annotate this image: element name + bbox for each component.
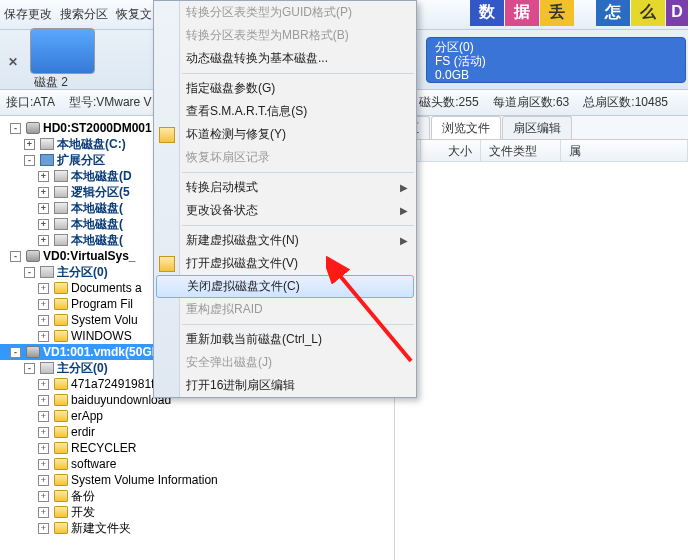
menu-item[interactable]: 更改设备状态▶	[154, 199, 416, 222]
menu-item[interactable]: 新建虚拟磁盘文件(N)▶	[154, 229, 416, 252]
fold-icon	[54, 282, 68, 294]
header-banner: 数 据 丢 怎 么 D	[469, 0, 688, 28]
menu-item[interactable]: 关闭虚拟磁盘文件(C)	[156, 275, 414, 298]
tree-node[interactable]: +System Volume Information	[0, 472, 394, 488]
menu-label: 指定磁盘参数(G)	[186, 80, 275, 97]
tree-toggle-icon[interactable]: +	[38, 379, 49, 390]
tree-toggle-icon[interactable]: -	[24, 267, 35, 278]
menu-item[interactable]: 动态磁盘转换为基本磁盘...	[154, 47, 416, 70]
tree-toggle-icon[interactable]: +	[38, 411, 49, 422]
menu-item[interactable]: 打开16进制扇区编辑	[154, 374, 416, 397]
tree-toggle-icon[interactable]: +	[38, 475, 49, 486]
col-size[interactable]: 大小	[421, 140, 481, 161]
tree-label: 本地磁盘(	[71, 200, 123, 217]
menu-label: 打开虚拟磁盘文件(V)	[186, 255, 298, 272]
hdd-icon	[26, 250, 40, 262]
tree-toggle-icon[interactable]: +	[38, 283, 49, 294]
tree-toggle-icon[interactable]: +	[38, 187, 49, 198]
fold-icon	[54, 474, 68, 486]
tree-label: 主分区(0)	[57, 264, 108, 281]
menu-label: 重构虚拟RAID	[186, 301, 263, 318]
fold-icon	[54, 522, 68, 534]
fold-icon	[54, 378, 68, 390]
submenu-arrow-icon: ▶	[400, 182, 408, 193]
tree-label: 本地磁盘(	[71, 216, 123, 233]
menu-item: 安全弹出磁盘(J)	[154, 351, 416, 374]
tree-toggle-icon[interactable]: +	[24, 139, 35, 150]
tree-label: 逻辑分区(5	[71, 184, 130, 201]
info-total: 总扇区数:10485	[583, 94, 668, 111]
tree-toggle-icon[interactable]: -	[10, 347, 21, 358]
close-icon[interactable]: ✕	[8, 55, 18, 65]
menu-item[interactable]: 打开虚拟磁盘文件(V)	[154, 252, 416, 275]
tree-node[interactable]: +开发	[0, 504, 394, 520]
banner-char: 怎	[596, 0, 630, 26]
drv-icon	[40, 138, 54, 150]
tree-node[interactable]: +software	[0, 456, 394, 472]
tree-label: WINDOWS	[71, 329, 132, 343]
tree-toggle-icon[interactable]: +	[38, 235, 49, 246]
tree-label: 开发	[71, 504, 95, 521]
tree-toggle-icon[interactable]: +	[38, 427, 49, 438]
drv-icon	[54, 170, 68, 182]
menu-label: 转换分区表类型为MBR格式(B)	[186, 27, 349, 44]
fold-icon	[54, 394, 68, 406]
tree-toggle-icon[interactable]: +	[38, 171, 49, 182]
fold-icon	[54, 490, 68, 502]
banner-char: D	[666, 0, 688, 26]
tree-toggle-icon[interactable]: +	[38, 395, 49, 406]
menu-item[interactable]: 查看S.M.A.R.T.信息(S)	[154, 100, 416, 123]
tree-toggle-icon[interactable]: +	[38, 523, 49, 534]
tree-toggle-icon[interactable]: +	[38, 315, 49, 326]
tree-label: System Volu	[71, 313, 138, 327]
menu-item[interactable]: 重新加载当前磁盘(Ctrl_L)	[154, 328, 416, 351]
fold-icon	[54, 410, 68, 422]
tree-toggle-icon[interactable]: -	[10, 123, 21, 134]
menu-item[interactable]: 坏道检测与修复(Y)	[154, 123, 416, 146]
tree-label: 主分区(0)	[57, 360, 108, 377]
tree-node[interactable]: +erApp	[0, 408, 394, 424]
menu-item[interactable]: 指定磁盘参数(G)	[154, 77, 416, 100]
tree-label: VD1:001.vmdk(50GB)	[43, 345, 164, 359]
disk-context-menu[interactable]: 转换分区表类型为GUID格式(P)转换分区表类型为MBR格式(B)动态磁盘转换为…	[153, 0, 417, 398]
tree-node[interactable]: +备份	[0, 488, 394, 504]
ext-icon	[40, 154, 54, 166]
partition-summary[interactable]: 分区(0) FS (活动) 0.0GB	[426, 37, 686, 83]
btn-search[interactable]: 搜索分区	[60, 6, 108, 23]
btn-save[interactable]: 保存更改	[4, 6, 52, 23]
menu-label: 新建虚拟磁盘文件(N)	[186, 232, 299, 249]
tab-sector[interactable]: 扇区编辑	[502, 116, 572, 139]
info-interface: 接口:ATA	[6, 94, 55, 111]
tab-browse[interactable]: 浏览文件	[431, 116, 501, 139]
fold-icon	[54, 426, 68, 438]
tree-toggle-icon[interactable]: +	[38, 219, 49, 230]
tree-toggle-icon[interactable]: +	[38, 299, 49, 310]
tree-toggle-icon[interactable]: -	[24, 155, 35, 166]
col-attr[interactable]: 属	[561, 140, 688, 161]
tree-node[interactable]: +erdir	[0, 424, 394, 440]
menu-item[interactable]: 转换启动模式▶	[154, 176, 416, 199]
tree-label: 本地磁盘(D	[71, 168, 132, 185]
menu-icon	[159, 127, 175, 143]
menu-label: 转换分区表类型为GUID格式(P)	[186, 4, 352, 21]
tree-toggle-icon[interactable]: +	[38, 491, 49, 502]
tree-label: software	[71, 457, 116, 471]
tree-toggle-icon[interactable]: +	[38, 443, 49, 454]
col-type[interactable]: 文件类型	[481, 140, 561, 161]
tree-node[interactable]: +新建文件夹	[0, 520, 394, 536]
tree-toggle-icon[interactable]: -	[10, 251, 21, 262]
tree-toggle-icon[interactable]: +	[38, 203, 49, 214]
tree-label: RECYCLER	[71, 441, 136, 455]
tree-node[interactable]: +RECYCLER	[0, 440, 394, 456]
tree-toggle-icon[interactable]: +	[38, 331, 49, 342]
tree-toggle-icon[interactable]: -	[24, 363, 35, 374]
info-model: 型号:VMware V	[69, 94, 152, 111]
menu-separator	[182, 324, 414, 325]
part-icon	[40, 362, 54, 374]
disk-volume-icon[interactable]	[30, 28, 95, 74]
menu-item: 重构虚拟RAID	[154, 298, 416, 321]
tree-toggle-icon[interactable]: +	[38, 507, 49, 518]
menu-label: 查看S.M.A.R.T.信息(S)	[186, 103, 307, 120]
btn-restore[interactable]: 恢复文	[116, 6, 152, 23]
tree-toggle-icon[interactable]: +	[38, 459, 49, 470]
